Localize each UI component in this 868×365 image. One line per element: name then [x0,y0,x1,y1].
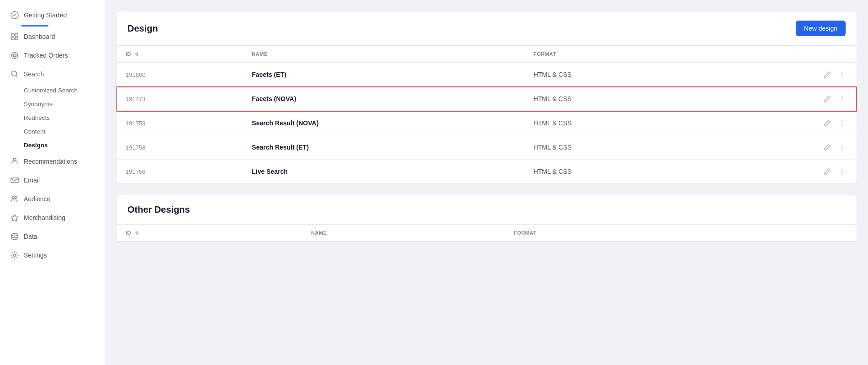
other-col-header-id: ID ⇅ [116,225,302,242]
sidebar-item-dashboard[interactable]: Dashboard [3,27,102,46]
svg-point-7 [12,71,17,76]
row-format: HTML & CSS [524,135,711,160]
col-header-id: ID ⇅ [116,46,243,63]
svg-point-12 [11,234,18,236]
other-designs-table: ID ⇅ NAME FORMAT [116,225,857,242]
svg-point-8 [13,158,16,161]
svg-point-25 [842,149,842,150]
svg-point-18 [842,98,842,99]
edit-button[interactable] [822,69,833,80]
svg-marker-11 [11,215,18,221]
other-col-header-actions [748,225,857,242]
svg-rect-4 [15,37,18,40]
col-header-id-label: ID [126,51,131,57]
svg-point-16 [842,76,842,77]
search-icon [10,70,19,79]
settings-icon [10,251,19,260]
table-row: 191773 Facets (NOVA) HTML & CSS [116,87,857,111]
sidebar-item-redirects-label: Redirects [24,114,50,121]
svg-point-6 [13,54,16,57]
svg-point-14 [842,72,842,73]
email-icon [10,176,19,185]
sidebar-item-designs[interactable]: Designs [3,139,102,152]
svg-rect-2 [15,33,18,36]
svg-point-28 [842,173,842,174]
other-designs-table-head: ID ⇅ NAME FORMAT [116,225,857,242]
tracked-orders-icon [10,51,19,60]
row-format: HTML & CSS [524,87,711,111]
audience-icon [10,194,19,204]
design-table: ID ⇅ NAME FORMAT 191800 Facets (ET) HTML… [116,46,857,183]
sidebar-item-content[interactable]: Content [3,125,102,138]
edit-button[interactable] [822,93,833,104]
row-actions [711,111,857,135]
sidebar-item-dashboard-label: Dashboard [24,33,55,40]
edit-button[interactable] [822,118,833,129]
sidebar-item-email-label: Email [24,177,40,184]
row-id: 191756 [116,160,243,184]
other-designs-card: Other Designs ID ⇅ NAME FORMAT [116,195,857,242]
col-header-format: FORMAT [524,46,711,63]
sidebar-item-customized-search[interactable]: Customized Search [3,84,102,97]
row-id: 191759 [116,111,243,135]
sidebar-item-email[interactable]: Email [3,171,102,189]
row-name: Search Result (NOVA) [243,111,524,135]
more-options-button[interactable] [836,69,847,80]
svg-point-17 [842,96,842,97]
row-name: Facets (ET) [243,63,524,87]
svg-point-23 [842,145,842,145]
row-actions [711,63,857,87]
col-header-actions [711,46,857,63]
table-row: 191759 Search Result (NOVA) HTML & CSS [116,111,857,135]
sidebar-item-settings[interactable]: Settings [3,246,102,264]
sidebar-item-audience[interactable]: Audience [3,190,102,208]
getting-started-progress-bar [21,25,48,27]
main-content: Design New design ID ⇅ NAME FORMAT 19180… [105,0,868,365]
more-options-button[interactable] [836,166,847,177]
svg-point-26 [842,169,842,170]
other-id-sort-icon[interactable]: ⇅ [135,231,139,236]
sidebar-item-search[interactable]: Search [3,65,102,83]
more-options-button[interactable] [836,93,847,104]
sidebar-item-recommendations-label: Recommendations [24,158,77,165]
sidebar-item-data-label: Data [24,233,37,240]
other-col-header-format: FORMAT [505,225,748,242]
sidebar-item-audience-label: Audience [24,195,50,203]
svg-point-24 [842,147,842,148]
table-row: 191756 Live Search HTML & CSS [116,160,857,184]
sidebar-item-getting-started-label: Getting Started [24,11,67,19]
id-sort-icon[interactable]: ⇅ [135,52,139,57]
getting-started-icon [10,11,19,20]
design-table-body: 191800 Facets (ET) HTML & CSS [116,63,857,184]
edit-button[interactable] [822,142,833,153]
sidebar-item-designs-label: Designs [24,142,48,149]
sidebar-item-synonyms-label: Synonyms [24,101,53,107]
svg-point-13 [14,254,16,257]
sidebar-item-getting-started[interactable]: Getting Started [3,6,102,24]
sidebar-item-recommendations[interactable]: Recommendations [3,152,102,171]
sidebar-item-synonyms[interactable]: Synonyms [3,97,102,111]
design-table-header-row: ID ⇅ NAME FORMAT [116,46,857,63]
row-format: HTML & CSS [524,160,711,184]
sidebar-item-settings-label: Settings [24,252,47,259]
edit-button[interactable] [822,166,833,177]
svg-point-21 [842,123,842,123]
data-icon [10,232,19,241]
other-col-header-id-label: ID [126,230,131,236]
sidebar-item-redirects[interactable]: Redirects [3,111,102,124]
sidebar-item-tracked-orders[interactable]: Tracked Orders [3,46,102,64]
svg-point-20 [842,120,842,121]
other-designs-card-title: Other Designs [127,204,190,215]
sidebar-item-data[interactable]: Data [3,227,102,246]
svg-point-10 [15,197,17,199]
sidebar: Getting Started Dashboard [0,0,105,365]
more-options-button[interactable] [836,118,847,129]
row-id: 191758 [116,135,243,160]
row-name: Facets (NOVA) [243,87,524,111]
svg-point-9 [12,197,15,199]
svg-rect-3 [11,37,14,40]
more-options-button[interactable] [836,142,847,153]
sidebar-item-merchandising[interactable]: Merchandising [3,209,102,227]
new-design-button[interactable]: New design [796,21,846,36]
table-row: 191800 Facets (ET) HTML & CSS [116,63,857,87]
